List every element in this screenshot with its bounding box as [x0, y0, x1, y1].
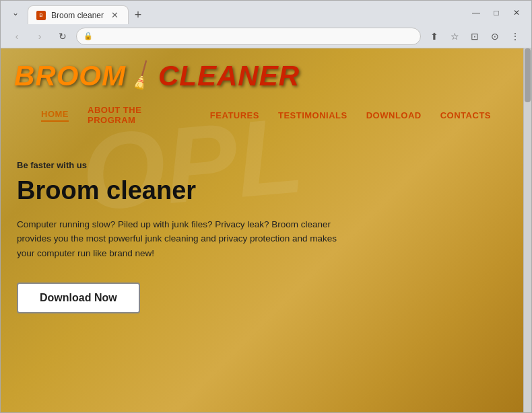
lock-icon: 🔒 [84, 32, 93, 40]
new-tab-button[interactable]: + [129, 5, 147, 24]
main-content: Be faster with us Broom cleaner Computer… [1, 133, 531, 327]
menu-button[interactable]: ⋮ [506, 27, 525, 46]
split-view-button[interactable]: ⊡ [465, 27, 484, 46]
nav-contacts[interactable]: CONTACTS [440, 110, 491, 120]
profile-button[interactable]: ⊙ [486, 27, 504, 46]
site-header: BROOM 🧹 CLEANER [1, 48, 531, 97]
tab-list-btn[interactable]: ⌄ [6, 3, 25, 22]
tab-title: Broom cleaner [51, 11, 104, 20]
hero-title: Broom cleaner [17, 177, 515, 205]
tagline: Be faster with us [17, 160, 515, 170]
broom-icon: 🧹 [124, 59, 160, 94]
minimize-button[interactable]: — [467, 3, 486, 22]
close-button[interactable]: ✕ [507, 3, 526, 22]
tab-close-btn[interactable]: ✕ [109, 10, 120, 21]
nav-home[interactable]: HOME [41, 109, 69, 122]
tab-bar: B Broom cleaner ✕ + [28, 1, 464, 24]
bookmark-button[interactable]: ☆ [445, 27, 464, 46]
address-actions: ⬆ ☆ ⊡ ⊙ ⋮ [425, 27, 525, 46]
chevron-area: ⌄ [6, 3, 25, 22]
back-button[interactable]: ‹ [7, 27, 26, 46]
download-button[interactable]: Download Now [17, 283, 140, 313]
share-button[interactable]: ⬆ [425, 27, 444, 46]
nav-download[interactable]: DOWNLOAD [366, 110, 422, 120]
scrollbar-thumb[interactable] [525, 48, 531, 102]
reload-button[interactable]: ↻ [53, 27, 72, 46]
active-tab[interactable]: B Broom cleaner ✕ [28, 5, 129, 24]
logo-area: BROOM 🧹 CLEANER [14, 62, 518, 90]
scrollbar[interactable] [523, 48, 531, 412]
maximize-button[interactable]: □ [487, 3, 506, 22]
address-bar: ‹ › ↻ 🔒 ⬆ ☆ ⊡ ⊙ ⋮ [1, 24, 531, 48]
url-bar[interactable]: 🔒 [76, 28, 421, 45]
title-bar: ⌄ B Broom cleaner ✕ + — □ ✕ [1, 1, 531, 24]
hero-description: Computer running slow? Piled up with jun… [17, 217, 340, 261]
webpage: OPL BROOM 🧹 CLEANER HOME ABOUT THE PROGR… [1, 48, 531, 412]
logo-cleaner-text: CLEANER [158, 62, 300, 90]
logo-broom-text: BROOM [14, 62, 126, 90]
browser-frame: ⌄ B Broom cleaner ✕ + — □ ✕ ‹ › ↻ 🔒 [0, 0, 532, 413]
forward-button[interactable]: › [30, 27, 49, 46]
tab-favicon: B [36, 11, 46, 20]
window-controls: — □ ✕ [467, 3, 526, 22]
